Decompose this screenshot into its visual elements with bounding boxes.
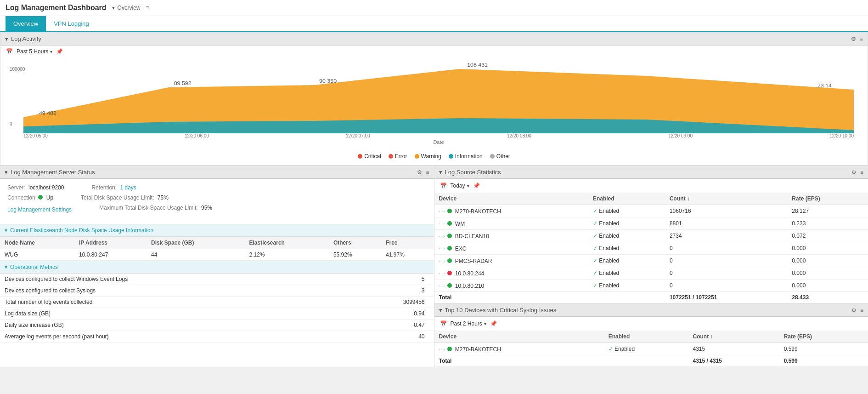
gear-icon[interactable]: ⚙ (417, 169, 422, 176)
pin-icon[interactable]: 📌 (490, 320, 497, 327)
top10-time-filter[interactable]: Past 2 Hours ▾ (451, 320, 486, 327)
device-cell: ··· M270-BAKOTECH (434, 205, 588, 217)
log-source-header: ▾ Log Source Statistics ⚙ ≡ (434, 166, 868, 179)
calendar-icon: 📅 (440, 183, 447, 189)
log-source-title: Log Source Statistics (445, 169, 501, 176)
dots-menu[interactable]: ··· (439, 220, 446, 227)
device-name: BD-CLEAN10 (455, 233, 489, 240)
pin-icon[interactable]: 📌 (56, 48, 63, 55)
chevron-down-icon: ▾ (112, 5, 115, 11)
hamburger-icon[interactable]: ≡ (860, 36, 863, 42)
total-rate: 0.599 (779, 355, 868, 367)
metric-value: 3099456 (343, 297, 434, 308)
dots-menu[interactable]: ··· (439, 232, 446, 240)
settings-link[interactable]: Log Management Settings (7, 205, 72, 215)
device-name: M270-BAKOTECH (455, 346, 501, 353)
tabs-bar: Overview VPN Logging (0, 16, 868, 32)
check-icon: ✓ (593, 245, 597, 251)
chevron-down-icon: ▾ (5, 35, 8, 42)
x-label-1: 12/20 06:00 (185, 133, 209, 138)
count-cell: 0 (665, 280, 787, 292)
retention-field: Retention: 1 days (91, 184, 136, 191)
elasticsearch-section-header[interactable]: ▾ Current Elasticsearch Node Disk Space … (0, 224, 434, 237)
annotation-7314: 73 14 (817, 83, 832, 88)
server-value: localhost:9200 (28, 184, 64, 191)
top10-header: ▾ Top 10 Devices with Critical Syslog Is… (434, 304, 868, 317)
device-cell: ··· PMCS-RADAR (434, 255, 588, 267)
total-enabled (604, 355, 688, 367)
rate-cell: 0.072 (787, 230, 868, 242)
device-status-dot (447, 271, 452, 275)
log-source-header-row: Device Enabled Count ↓ Rate (EPS) (434, 193, 868, 205)
legend-other: Other (490, 153, 510, 160)
chevron-down-icon: ▾ (439, 307, 442, 314)
legend-information: Information (449, 153, 483, 160)
dots-menu[interactable]: ··· (439, 269, 446, 277)
max-disk-label: Maximum Total Disk Space Usage Limit: (99, 205, 198, 211)
chevron-down-icon: ▾ (5, 264, 7, 270)
top10-table: Device Enabled Count ↓ Rate (EPS) ··· M2… (434, 331, 868, 367)
device-name: WM (455, 221, 465, 227)
connection-status-dot (38, 195, 43, 200)
app-title: Log Management Dashboard (6, 4, 107, 12)
hamburger-icon[interactable]: ≡ (426, 169, 429, 176)
log-activity-chart: 100000 0 49 482 89 592 90 350 108 431 73… (0, 57, 868, 149)
top10-total-row: Total 4315 / 4315 0.599 (434, 355, 868, 367)
device-status-dot (447, 234, 452, 238)
tab-vpn-logging[interactable]: VPN Logging (46, 16, 97, 31)
chevron-down-icon: ▾ (439, 169, 442, 176)
log-activity-section: ▾ Log Activity ⚙ ≡ 📅 Past 5 Hours ▾ 📌 10… (0, 32, 868, 166)
enabled-cell: ✓ Enabled (588, 230, 665, 242)
table-row: Average log events per second (past hour… (0, 331, 434, 343)
tab-overview[interactable]: Overview (6, 16, 46, 31)
dots-menu[interactable]: ··· (439, 257, 446, 264)
top10-toolbar: 📅 Past 2 Hours ▾ 📌 (434, 317, 868, 331)
dots-menu[interactable]: ··· (439, 245, 446, 252)
count-cell: 1060716 (665, 205, 787, 217)
col-disk-space: Disk Space (GB) (147, 237, 244, 249)
gear-icon[interactable]: ⚙ (851, 36, 856, 42)
hamburger-icon[interactable]: ≡ (860, 307, 863, 314)
log-source-time-label: Today (451, 183, 465, 189)
check-icon: ✓ (593, 233, 597, 239)
calendar-icon: 📅 (440, 320, 447, 327)
metric-value: 40 (343, 331, 434, 343)
gear-icon[interactable]: ⚙ (851, 307, 857, 314)
node-name: WUG (0, 249, 74, 261)
dots-menu[interactable]: ··· (439, 282, 446, 289)
gear-icon[interactable]: ⚙ (851, 169, 857, 176)
log-source-time-filter[interactable]: Today ▾ (451, 183, 469, 189)
col-rate: Rate (EPS) (787, 193, 868, 205)
log-activity-header: ▾ Log Activity ⚙ ≡ (0, 33, 868, 46)
total-enabled (588, 292, 665, 303)
hamburger-icon[interactable]: ≡ (860, 169, 863, 176)
operational-metrics-header[interactable]: ▾ Operational Metrics (0, 261, 434, 274)
settings-link-field[interactable]: Log Management Settings (7, 205, 72, 215)
count-cell: 0 (665, 242, 787, 255)
log-source-section: ▾ Log Source Statistics ⚙ ≡ 📅 Today ▾ 📌 (434, 166, 868, 303)
log-source-table: Device Enabled Count ↓ Rate (EPS) ··· M2… (434, 193, 868, 303)
chart-legend: Critical Error Warning Information Other (0, 149, 868, 165)
pin-icon[interactable]: 📌 (473, 183, 480, 189)
device-cell: ··· 10.0.80.210 (434, 280, 588, 292)
dots-menu[interactable]: ··· (439, 207, 446, 215)
elasticsearch-pct: 2.12% (245, 249, 329, 261)
device-status-dot (447, 258, 452, 263)
metric-category: Devices configured to collect Windows Ev… (0, 274, 343, 285)
dots-menu[interactable]: ··· (439, 345, 446, 353)
top10-header-left: ▾ Top 10 Devices with Critical Syslog Is… (439, 307, 557, 314)
server-field: Server: localhost:9200 (7, 184, 64, 191)
metric-value: 3 (343, 285, 434, 297)
node-table: Node Name IP Address Disk Space (GB) Ela… (0, 237, 434, 261)
menu-icon[interactable]: ≡ (146, 5, 149, 11)
disk-space: 44 (147, 249, 244, 261)
rate-cell: 28.127 (787, 205, 868, 217)
count-cell: 0 (665, 267, 787, 280)
right-panel: ▾ Log Source Statistics ⚙ ≡ 📅 Today ▾ 📌 (434, 166, 868, 367)
check-icon: ✓ (593, 282, 597, 289)
disk-usage-field: Total Disk Space Usage Limit: 75% (81, 194, 169, 201)
log-activity-title: Log Activity (11, 35, 41, 42)
rate-cell: 0.599 (779, 343, 868, 355)
chart-date-label: Date (23, 138, 854, 146)
time-filter-button[interactable]: Past 5 Hours ▾ (17, 48, 52, 55)
